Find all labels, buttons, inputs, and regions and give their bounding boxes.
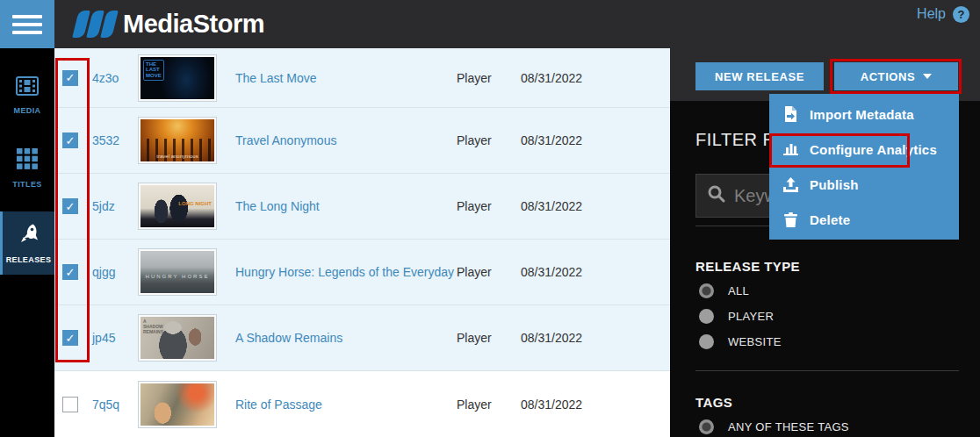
radio-option-any-of-these-tags[interactable]: ANY OF THESE TAGS xyxy=(699,419,849,434)
radio-option-website[interactable]: WEBSITE xyxy=(699,334,782,349)
chevron-down-icon xyxy=(923,74,932,79)
release-thumbnail[interactable]: A SHADOW REMAINS xyxy=(139,315,216,361)
release-type-heading: RELEASE TYPE xyxy=(695,259,800,274)
release-title-link[interactable]: Rite of Passage xyxy=(235,398,322,412)
menu-item-label: Delete xyxy=(810,212,850,227)
brand-name: MediaStorm xyxy=(123,10,264,39)
menu-item-label: Configure Analytics xyxy=(810,142,937,157)
release-thumbnail[interactable]: travel anonymous xyxy=(139,118,216,163)
menu-item-publish[interactable]: Publish xyxy=(769,167,959,202)
row-checkbox[interactable]: ✓ xyxy=(62,198,78,214)
panel-divider xyxy=(695,370,959,371)
top-header: MediaStorm Help ? xyxy=(0,0,980,48)
radio-unselected-icon[interactable] xyxy=(699,309,714,324)
mediastorm-logo-icon xyxy=(76,11,115,38)
release-type: Player xyxy=(457,133,492,147)
release-date: 08/31/2022 xyxy=(521,133,582,147)
release-type: Player xyxy=(457,71,492,85)
thumbnail-caption: travel anonymous xyxy=(141,154,214,160)
thumbnail-caption: A SHADOW REMAINS xyxy=(143,319,166,334)
sidebar-item-label: TITLES xyxy=(12,180,41,189)
menu-item-import-metadata[interactable]: Import Metadata xyxy=(769,97,959,132)
release-title-link[interactable]: The Last Move xyxy=(235,71,317,85)
sidebar-item-label: MEDIA xyxy=(14,106,41,115)
release-thumbnail[interactable]: LONG NIGHT xyxy=(139,183,216,229)
titles-grid-icon xyxy=(17,148,38,173)
app-window: ✓ 4z3o THE LAST MOVE The Last Move Playe… xyxy=(0,0,980,437)
release-id-link[interactable]: 5jdz xyxy=(92,199,115,213)
sidebar-item-titles[interactable]: TITLES xyxy=(0,140,54,197)
brand-logo: MediaStorm xyxy=(76,0,264,48)
upload-icon xyxy=(782,177,798,192)
release-id-link[interactable]: jp45 xyxy=(92,331,115,345)
release-type: Player xyxy=(457,265,492,279)
radio-label: ALL xyxy=(728,284,749,297)
release-thumbnail[interactable] xyxy=(139,382,216,427)
sidebar: MEDIA TITLES RELEASES xyxy=(0,48,54,437)
radio-label: PLAYER xyxy=(728,310,774,323)
release-id-link[interactable]: qjgg xyxy=(92,265,115,279)
menu-item-configure-analytics[interactable]: Configure Analytics xyxy=(769,132,959,167)
release-date: 08/31/2022 xyxy=(521,71,582,85)
hamburger-menu-button[interactable] xyxy=(0,0,54,48)
release-date: 08/31/2022 xyxy=(521,331,582,345)
release-date: 08/31/2022 xyxy=(521,199,582,213)
new-release-button[interactable]: NEW RELEASE xyxy=(695,62,824,90)
row-checkbox[interactable]: ✓ xyxy=(62,133,78,148)
tags-heading: TAGS xyxy=(695,395,732,410)
radio-label: ANY OF THESE TAGS xyxy=(728,420,849,433)
radio-label: WEBSITE xyxy=(728,335,782,348)
row-checkbox[interactable] xyxy=(62,397,78,412)
bar-chart-icon xyxy=(782,142,798,156)
help-label[interactable]: Help xyxy=(917,6,946,22)
release-type: Player xyxy=(457,199,492,213)
search-icon xyxy=(707,184,726,207)
release-type: Player xyxy=(457,398,492,412)
release-type: Player xyxy=(457,331,492,345)
table-row[interactable]: ✓ 4z3o THE LAST MOVE The Last Move Playe… xyxy=(54,48,670,108)
release-id-link[interactable]: 3532 xyxy=(92,133,119,147)
actions-dropdown-menu: Import Metadata Configure Analytics Publ… xyxy=(769,94,959,240)
help-link[interactable]: Help ? xyxy=(917,0,969,28)
release-thumbnail[interactable]: THE LAST MOVE xyxy=(139,55,216,101)
sidebar-item-label: RELEASES xyxy=(6,255,52,264)
release-date: 08/31/2022 xyxy=(521,265,582,279)
release-date: 08/31/2022 xyxy=(521,398,582,412)
table-row[interactable]: 7q5q Rite of Passage Player 08/31/2022 xyxy=(54,371,670,437)
row-checkbox[interactable]: ✓ xyxy=(62,330,78,346)
sidebar-item-releases[interactable]: RELEASES xyxy=(0,211,54,275)
row-checkbox[interactable]: ✓ xyxy=(62,264,78,280)
sidebar-item-media[interactable]: MEDIA xyxy=(0,68,54,124)
question-circle-icon[interactable]: ? xyxy=(953,6,969,23)
menu-item-label: Import Metadata xyxy=(810,107,914,122)
release-id-link[interactable]: 4z3o xyxy=(92,71,119,85)
radio-option-all[interactable]: ALL xyxy=(699,283,749,298)
menu-item-label: Publish xyxy=(810,177,859,192)
release-title-link[interactable]: Travel Anonymous xyxy=(235,133,336,147)
table-row[interactable]: ✓ qjgg HUNGRY HORSE Hungry Horse: Legend… xyxy=(54,240,670,305)
release-title-link[interactable]: Hungry Horse: Legends of the Everyday xyxy=(235,265,450,279)
trash-icon xyxy=(782,212,798,227)
row-checkbox[interactable]: ✓ xyxy=(62,70,78,86)
radio-selected-icon[interactable] xyxy=(699,283,714,298)
thumbnail-caption: LONG NIGHT xyxy=(178,201,212,207)
actions-button[interactable]: ACTIONS xyxy=(834,62,958,90)
table-row[interactable]: ✓ jp45 A SHADOW REMAINS A Shadow Remains… xyxy=(54,305,670,371)
radio-unselected-icon[interactable] xyxy=(699,334,714,349)
menu-item-delete[interactable]: Delete xyxy=(769,202,959,237)
rocket-icon xyxy=(18,222,40,248)
release-thumbnail[interactable]: HUNGRY HORSE xyxy=(139,249,216,295)
release-id-link[interactable]: 7q5q xyxy=(92,398,119,412)
radio-selected-icon[interactable] xyxy=(699,419,714,434)
table-row[interactable]: ✓ 5jdz LONG NIGHT The Long Night Player … xyxy=(54,174,670,240)
file-import-icon xyxy=(782,106,798,122)
table-row[interactable]: ✓ 3532 travel anonymous Travel Anonymous… xyxy=(54,108,670,174)
release-title-link[interactable]: A Shadow Remains xyxy=(235,331,342,345)
actions-button-label: ACTIONS xyxy=(861,70,916,83)
media-film-icon xyxy=(16,76,39,99)
thumbnail-caption: THE LAST MOVE xyxy=(143,60,164,82)
release-title-link[interactable]: The Long Night xyxy=(235,199,320,213)
releases-table: ✓ 4z3o THE LAST MOVE The Last Move Playe… xyxy=(54,48,670,437)
radio-option-player[interactable]: PLAYER xyxy=(699,309,774,324)
thumbnail-caption: HUNGRY HORSE xyxy=(141,274,214,280)
